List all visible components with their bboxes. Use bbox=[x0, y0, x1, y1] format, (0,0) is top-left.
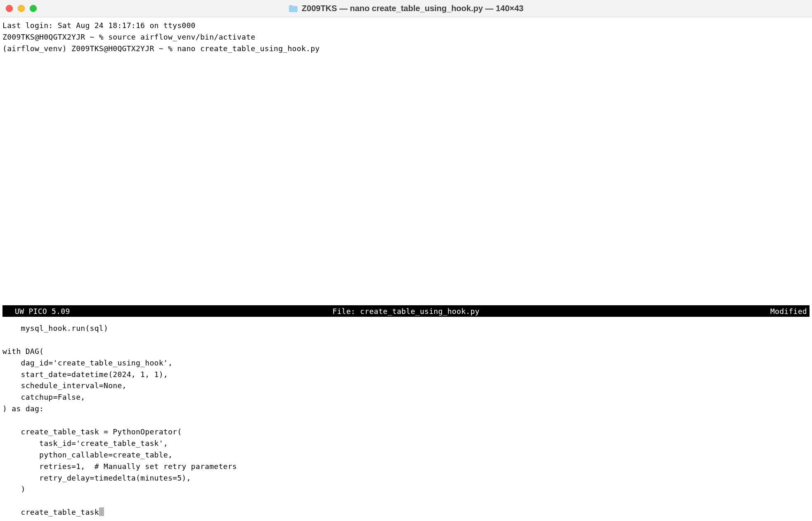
nano-filename: File: create_table_using_hook.py bbox=[332, 307, 479, 316]
window-title: Z009TKS — nano create_table_using_hook.p… bbox=[302, 4, 523, 13]
nano-modified-flag: Modified bbox=[770, 307, 807, 316]
nano-version: UW PICO 5.09 bbox=[5, 307, 70, 316]
window-titlebar: Z009TKS — nano create_table_using_hook.p… bbox=[0, 0, 812, 17]
traffic-lights bbox=[0, 5, 37, 12]
nano-content: mysql_hook.run(sql) with DAG( dag_id='cr… bbox=[2, 324, 237, 516]
window-title-wrap: Z009TKS — nano create_table_using_hook.p… bbox=[289, 4, 523, 13]
terminal-text: Last login: Sat Aug 24 18:17:16 on ttys0… bbox=[2, 21, 320, 53]
folder-icon bbox=[289, 5, 298, 12]
close-button[interactable] bbox=[6, 5, 13, 12]
nano-header: UW PICO 5.09 File: create_table_using_ho… bbox=[2, 305, 810, 317]
minimize-button[interactable] bbox=[18, 5, 25, 12]
nano-editor-area[interactable]: mysql_hook.run(sql) with DAG( dag_id='cr… bbox=[2, 317, 810, 518]
terminal-scrollback[interactable]: Last login: Sat Aug 24 18:17:16 on ttys0… bbox=[0, 17, 812, 57]
cursor bbox=[99, 507, 104, 516]
maximize-button[interactable] bbox=[30, 5, 37, 12]
